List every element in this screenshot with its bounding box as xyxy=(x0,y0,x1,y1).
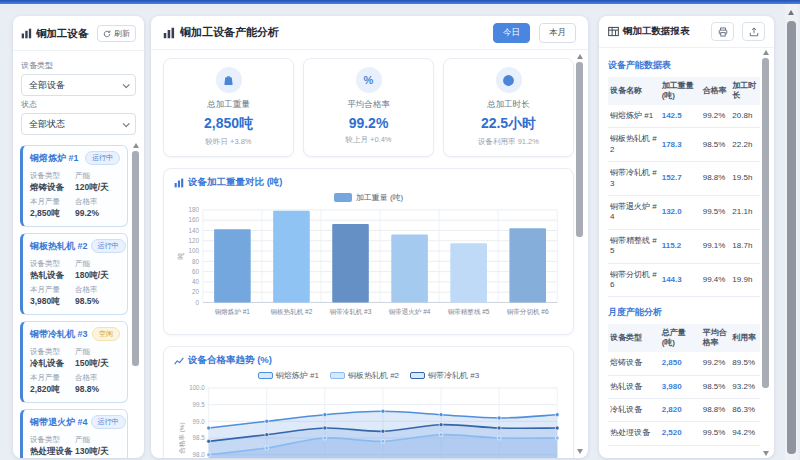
print-button[interactable] xyxy=(711,22,734,41)
legend-label: 铜熔炼炉 #1 xyxy=(276,370,319,381)
scroll-up-arrow[interactable] xyxy=(763,50,769,55)
device-list-items: 铜熔炼炉 #1 运行中 设备类型 产能 熔铸设备 120吨/天 本月产量 合格率… xyxy=(20,145,128,458)
device-type: 热处理设备 xyxy=(30,446,75,458)
legend-item[interactable]: 铜板热轧机 #2 xyxy=(330,370,399,381)
percent-icon: % xyxy=(356,67,382,93)
scroll-up-arrow[interactable] xyxy=(133,143,139,148)
table-cell: 2,820 xyxy=(660,399,701,422)
section-title-monthly: 月度产能分析 xyxy=(608,306,760,319)
legend-item[interactable]: 铜带冷轧机 #3 xyxy=(410,370,479,381)
table-cell: 98.5% xyxy=(701,375,731,398)
field-label: 设备类型 xyxy=(30,259,75,269)
report-title: 铜加工数据报表 xyxy=(623,25,703,38)
weight-bar-chart[interactable]: 020406080100120140160180吨铜熔炼炉 #1铜板热轧机 #2… xyxy=(174,204,563,330)
svg-text:铜板热轧机 #2: 铜板热轧机 #2 xyxy=(270,308,313,316)
chevron-down-icon xyxy=(123,120,130,127)
clock-icon xyxy=(496,67,522,93)
table-cell: 铜带精整线 #5 xyxy=(608,229,660,263)
legend-item[interactable]: 铜熔炼炉 #1 xyxy=(258,370,319,381)
weight-bar-chart-card: 设备加工重量对比 (吨) 加工重量 (吨) 020406080100120140… xyxy=(163,168,574,335)
device-card[interactable]: 铜熔炼炉 #1 运行中 设备类型 产能 熔铸设备 120吨/天 本月产量 合格率… xyxy=(20,145,128,227)
field-label: 设备类型 xyxy=(30,435,75,445)
table-cell: 20.8h xyxy=(730,105,760,128)
table-row: 铜带精整线 #5115.299.1%18.7h xyxy=(608,229,760,263)
kpi-card: 总加工重量 2,850吨 较昨日 +3.8% xyxy=(163,58,294,157)
device-card[interactable]: 铜带冷轧机 #3 空闲 设备类型 产能 冷轧设备 150吨/天 本月产量 合格率… xyxy=(20,321,128,403)
device-type: 热轧设备 xyxy=(30,270,75,282)
column-header: 加工时长 xyxy=(730,77,760,105)
device-monthly-output: 2,850吨 xyxy=(30,208,75,220)
scroll-thumb[interactable] xyxy=(787,21,796,454)
export-button[interactable] xyxy=(742,22,765,41)
device-type-select[interactable]: 全部设备 xyxy=(21,74,136,96)
refresh-button[interactable]: 刷新 xyxy=(97,25,136,42)
table-row: 铜板热轧机 #2178.398.5%22.2h xyxy=(608,128,760,162)
status-badge: 运行中 xyxy=(91,415,126,429)
range-today-button[interactable]: 今日 xyxy=(493,23,530,43)
bar-chart-mini-icon xyxy=(174,178,184,188)
scroll-down-arrow[interactable] xyxy=(763,451,769,456)
table-row: 铜带退火炉 #4132.099.5%21.1h xyxy=(608,195,760,229)
scroll-up-arrow[interactable] xyxy=(577,54,583,59)
bar-chart-legend[interactable]: 加工重量 (吨) xyxy=(174,192,563,203)
legend-swatch xyxy=(334,193,352,202)
table-cell: 89.5% xyxy=(730,352,760,375)
device-card[interactable]: 铜板热轧机 #2 运行中 设备类型 产能 热轧设备 180吨/天 本月产量 合格… xyxy=(20,233,128,315)
table-cell: 3,980 xyxy=(660,375,701,398)
pass-rate-line-chart[interactable]: 100.099.599.098.598.097.597.0合格率 (%) xyxy=(174,382,563,458)
scroll-down-arrow[interactable] xyxy=(577,449,583,454)
device-name: 铜带冷轧机 #3 xyxy=(30,328,88,341)
device-monthly-output: 3,980吨 xyxy=(30,296,75,308)
field-label: 合格率 xyxy=(75,197,120,207)
table-cell: 热处理设备 xyxy=(608,422,660,445)
table-row: 铜熔炼炉 #1142.599.2%20.8h xyxy=(608,105,760,128)
svg-text:180: 180 xyxy=(189,206,200,213)
column-header: 设备类型 xyxy=(608,324,660,352)
device-list-scrollbar[interactable] xyxy=(132,143,141,458)
table-cell: 铜带冷轧机 #3 xyxy=(608,162,660,196)
scroll-thumb[interactable] xyxy=(576,62,583,237)
range-month-button[interactable]: 本月 xyxy=(539,23,576,43)
filter-label-type: 设备类型 xyxy=(21,60,136,71)
scroll-thumb[interactable] xyxy=(132,151,139,366)
svg-text:铜带精整线 #5: 铜带精整线 #5 xyxy=(447,308,490,316)
column-header: 利用率 xyxy=(730,324,760,352)
svg-text:120: 120 xyxy=(189,237,200,244)
main-scrollbar[interactable] xyxy=(576,54,585,454)
window-scrollbar[interactable] xyxy=(785,4,798,460)
table-cell: 熔铸设备 xyxy=(608,352,660,375)
svg-text:吨: 吨 xyxy=(177,253,184,260)
table-cell: 99.1% xyxy=(701,229,731,263)
field-label: 产能 xyxy=(75,171,120,181)
table-cell: 132.0 xyxy=(660,195,701,229)
table-cell: 86.3% xyxy=(730,399,760,422)
status-badge: 运行中 xyxy=(91,239,126,253)
status-select[interactable]: 全部状态 xyxy=(21,113,136,135)
top-accent-strip xyxy=(0,0,800,4)
svg-text:铜熔炼炉 #1: 铜熔炼炉 #1 xyxy=(214,308,251,316)
main-content: 总加工重量 2,850吨 较昨日 +3.8%% 平均合格率 99.2% 较上月 … xyxy=(151,50,588,458)
table-row: 铜带冷轧机 #3152.798.8%19.5h xyxy=(608,162,760,196)
report-scrollbar[interactable] xyxy=(762,50,771,456)
legend-label: 铜板热轧机 #2 xyxy=(348,370,399,381)
device-card[interactable]: 铜带退火炉 #4 运行中 设备类型 产能 热处理设备 130吨/天 本月产量 合… xyxy=(20,409,128,458)
svg-text:铜带冷轧机 #3: 铜带冷轧机 #3 xyxy=(329,308,372,316)
kpi-value: 22.5小时 xyxy=(448,115,569,133)
sidebar-header: 铜加工设备 刷新 xyxy=(13,16,144,51)
scroll-up-arrow[interactable] xyxy=(788,10,794,15)
page-title: 铜加工设备产能分析 xyxy=(180,25,484,40)
device-pass-rate: 99.2% xyxy=(75,208,120,220)
capacity-analysis-panel: 铜加工设备产能分析 今日 本月 总加工重量 2,850吨 较昨日 +3.8%% … xyxy=(151,16,588,458)
pass-rate-line-chart-card: 设备合格率趋势 (%) 铜熔炼炉 #1 铜板热轧机 #2 铜带冷轧机 #3 10… xyxy=(163,346,574,458)
line-chart-legend[interactable]: 铜熔炼炉 #1 铜板热轧机 #2 铜带冷轧机 #3 xyxy=(174,370,563,381)
field-label: 本月产量 xyxy=(30,197,75,207)
svg-text:合格率 (%): 合格率 (%) xyxy=(178,422,186,453)
table-cell: 144.3 xyxy=(660,263,701,297)
filter-label-status: 状态 xyxy=(21,99,136,110)
table-cell: 铜带分切机 #6 xyxy=(608,263,660,297)
table-cell: 热轧设备 xyxy=(608,375,660,398)
print-icon xyxy=(718,27,728,37)
svg-text:99.0: 99.0 xyxy=(193,418,206,425)
refresh-label: 刷新 xyxy=(114,28,130,39)
scroll-thumb[interactable] xyxy=(762,58,769,388)
